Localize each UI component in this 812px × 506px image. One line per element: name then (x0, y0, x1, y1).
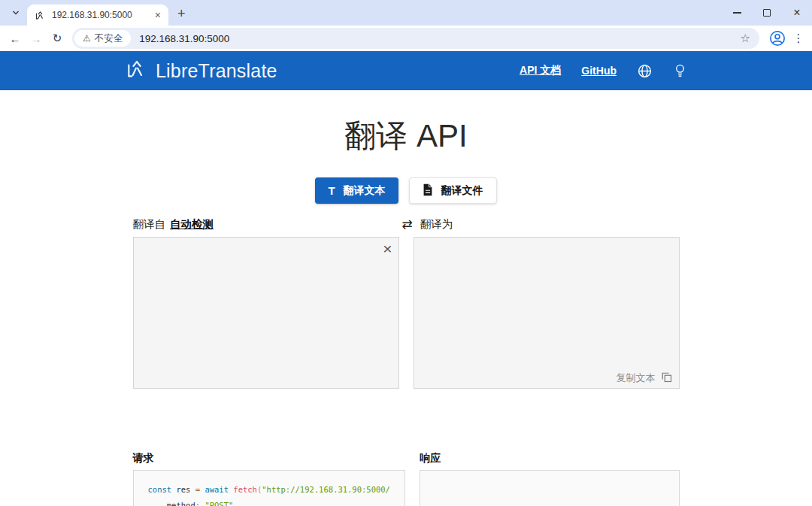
tab-search-button[interactable] (6, 3, 26, 24)
close-icon: × (793, 7, 800, 19)
text-icon: T (328, 184, 335, 197)
request-code-box: const res = await fetch("http://192.168.… (133, 470, 405, 506)
swap-languages-icon[interactable]: ⇄ (402, 217, 413, 232)
api-docs-link[interactable]: API 文档 (520, 64, 561, 77)
site-security-chip[interactable]: ⚠ 不安全 (74, 30, 131, 47)
person-icon (769, 30, 786, 47)
translate-text-label: 翻译文本 (344, 184, 386, 198)
browser-window: 192.168.31.90:5000 × + × ← → ↻ ⚠ 不安全 192… (0, 0, 812, 506)
site-header: LibreTranslate API 文档 GitHub (0, 51, 812, 90)
copy-icon (661, 371, 672, 385)
close-button[interactable]: × (782, 0, 812, 26)
target-label: 翻译为 (420, 217, 453, 232)
browser-menu-icon[interactable]: ⋮ (789, 32, 807, 45)
maximize-icon (763, 9, 771, 17)
source-textarea[interactable] (133, 237, 399, 389)
translate-file-label: 翻译文件 (441, 184, 483, 198)
copy-text-button[interactable]: 复制文本 (617, 371, 672, 385)
page-title: 翻译 API (133, 115, 680, 157)
response-code-box (420, 470, 680, 506)
brand[interactable]: LibreTranslate (125, 57, 277, 84)
profile-avatar[interactable] (769, 30, 786, 47)
request-code: const res = await fetch("http://192.168.… (148, 482, 390, 506)
security-label: 不安全 (95, 32, 123, 45)
maximize-button[interactable] (752, 0, 782, 26)
source-label: 翻译自 (133, 217, 166, 232)
tab-title: 192.168.31.90:5000 (52, 10, 147, 20)
browser-tab[interactable]: 192.168.31.90:5000 × (27, 5, 168, 26)
github-link[interactable]: GitHub (581, 65, 617, 77)
tab-close-icon[interactable]: × (153, 10, 162, 20)
minimize-icon (733, 12, 741, 13)
source-language-dropdown[interactable]: 自动检测 (170, 217, 214, 232)
favicon-libretranslate-icon (35, 10, 46, 21)
copy-text-label: 复制文本 (617, 371, 656, 385)
brand-name: LibreTranslate (156, 60, 277, 82)
translate-panels: 翻译自 自动检测 × ⇄ 翻译为 (133, 217, 680, 392)
back-button[interactable]: ← (5, 32, 26, 45)
new-tab-button[interactable]: + (177, 7, 186, 20)
tab-strip: 192.168.31.90:5000 × + × (0, 0, 812, 26)
browser-toolbar: ← → ↻ ⚠ 不安全 192.168.31.90:5000 ☆ ⋮ (0, 26, 812, 51)
chevron-down-icon (11, 7, 20, 20)
translate-text-tab[interactable]: T 翻译文本 (315, 177, 398, 204)
warning-icon: ⚠ (83, 33, 91, 44)
forward-button[interactable]: → (26, 32, 47, 45)
header-nav: API 文档 GitHub (520, 63, 687, 79)
url-text[interactable]: 192.168.31.90:5000 (139, 33, 740, 44)
request-label: 请求 (133, 452, 405, 465)
translate-file-tab[interactable]: 翻译文件 (409, 177, 497, 204)
target-textarea[interactable] (414, 237, 680, 389)
address-bar[interactable]: ⚠ 不安全 192.168.31.90:5000 ☆ (72, 28, 759, 49)
file-icon (423, 183, 433, 198)
bookmark-star-icon[interactable]: ☆ (741, 32, 750, 45)
theme-lightbulb-icon[interactable] (673, 63, 687, 79)
mode-tabs: T 翻译文本 翻译文件 (133, 177, 680, 204)
libretranslate-logo-icon (125, 57, 149, 84)
request-response-panels: 请求 const res = await fetch("http://192.1… (133, 452, 680, 506)
language-globe-icon[interactable] (637, 63, 653, 79)
minimize-button[interactable] (722, 0, 752, 26)
page-viewport: LibreTranslate API 文档 GitHub (0, 51, 812, 506)
response-label: 响应 (420, 452, 680, 465)
window-controls: × (722, 0, 812, 26)
clear-text-icon[interactable]: × (383, 241, 392, 256)
reload-button[interactable]: ↻ (47, 32, 68, 45)
